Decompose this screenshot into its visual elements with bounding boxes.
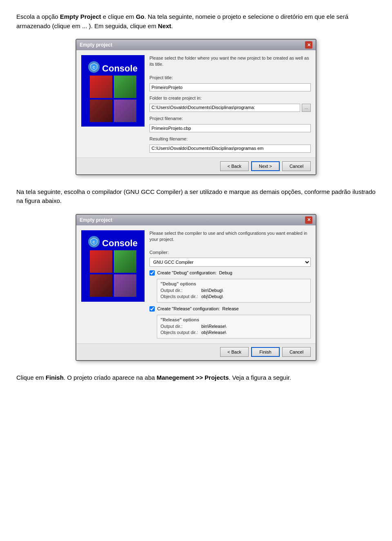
dialog2-description: Please select the compiler to use and wh…	[149, 230, 311, 243]
svg-text:C: C	[93, 65, 96, 69]
dialog1: Empty project ✕ C Console	[76, 39, 316, 175]
bold-finish: Finish	[46, 374, 64, 381]
dialog2-footer: < Back Finish Cancel	[76, 343, 316, 360]
dialog1-body: C Console Please select the folder where…	[76, 50, 316, 158]
debug-options-label: "Debug" options	[160, 281, 307, 286]
dialog1-close-button[interactable]: ✕	[305, 41, 312, 49]
debug-output-row: Output dir.: bin\Debug\	[160, 288, 307, 293]
logo-cube-grid	[90, 76, 136, 122]
dialog2-logo-icon-area: C Console	[88, 235, 138, 249]
compiler-label: Compiler:	[149, 250, 311, 255]
dialog2-content: Please select the compiler to use and wh…	[149, 230, 311, 338]
dialog2-titlebar: Empty project ✕	[76, 215, 316, 225]
svg-text:C: C	[93, 240, 96, 244]
compiler-select-row: GNU GCC Compiler	[149, 258, 311, 267]
dialog2-logo-shield-icon: C	[88, 236, 100, 247]
cancel-button-1[interactable]: Cancel	[282, 161, 311, 171]
browse-button[interactable]: ...	[302, 104, 311, 112]
compiler-select[interactable]: GNU GCC Compiler	[149, 258, 311, 267]
project-title-label: Project title:	[149, 75, 311, 80]
cube-maroon	[90, 100, 112, 122]
release-options-label: "Release" options	[160, 317, 307, 322]
release-output-label: Output dir.:	[160, 324, 201, 329]
intro-paragraph: Escola a opção Empty Project e clique em…	[16, 12, 376, 31]
bold-next: Next	[158, 22, 172, 29]
debug-config-label: Create "Debug" configuration:	[157, 270, 216, 275]
filename-input[interactable]	[149, 124, 311, 132]
cube-purple	[114, 100, 136, 122]
dialog1-title: Empty project	[80, 42, 112, 48]
release-objects-value: obj\Release\	[201, 330, 226, 335]
bold-management: Manegement >> Projects	[157, 374, 229, 381]
dialog2: Empty project ✕ C Console	[76, 214, 316, 361]
release-objects-row: Objects output dir.: obj\Release\	[160, 330, 307, 335]
filename-label: Project filename:	[149, 116, 311, 121]
dialog1-titlebar: Empty project ✕	[76, 40, 316, 50]
debug-options-section: "Debug" options Output dir.: bin\Debug\ …	[157, 279, 311, 303]
back-button-2[interactable]: < Back	[220, 347, 249, 357]
dialog2-logo-label: Console	[102, 238, 138, 249]
release-config-label: Create "Release" configuration:	[157, 306, 220, 311]
next-button-1[interactable]: Next >	[251, 161, 280, 171]
dialog1-content: Please select the folder where you want …	[149, 55, 311, 153]
back-button-1[interactable]: < Back	[220, 161, 249, 171]
release-options-section: "Release" options Output dir.: bin\Relea…	[157, 315, 311, 338]
resulting-label: Resulting filename:	[149, 136, 311, 141]
dialog1-description: Please select the folder where you want …	[149, 55, 311, 68]
paragraph2: Na tela seguinte, escolha o compilador (…	[16, 187, 376, 206]
folder-label: Folder to create project in:	[149, 96, 311, 100]
debug-output-label: Output dir.:	[160, 288, 201, 293]
release-objects-label: Objects output dir.:	[160, 330, 201, 335]
dialog1-logo: C Console	[81, 55, 145, 127]
debug-objects-value: obj\Debug\	[201, 294, 223, 299]
resulting-input: C:\Users\Osvaldo\Documents\Disciplinas\p…	[149, 145, 311, 153]
dialog2-cube-purple	[114, 274, 136, 297]
debug-checkbox[interactable]	[149, 270, 155, 276]
dialog1-wrapper: Empty project ✕ C Console	[16, 39, 376, 175]
debug-objects-label: Objects output dir.:	[160, 294, 201, 299]
dialog2-logo: C Console	[81, 230, 145, 302]
dialog2-logo-cube-grid	[90, 250, 136, 297]
cube-green	[114, 76, 136, 98]
cancel-button-2[interactable]: Cancel	[282, 347, 311, 357]
paragraph3: Clique em Finish. O projeto criado apare…	[16, 373, 376, 383]
folder-input[interactable]: C:\Users\Osvaldo\Documents\Disciplinas\p…	[149, 104, 300, 112]
project-title-input[interactable]	[149, 83, 311, 91]
bold-go: Go	[136, 13, 145, 20]
release-config-value: Release	[222, 306, 238, 311]
dialog2-cube-red	[90, 250, 112, 273]
folder-row: C:\Users\Osvaldo\Documents\Disciplinas\p…	[149, 104, 311, 112]
debug-objects-row: Objects output dir.: obj\Debug\	[160, 294, 307, 299]
logo-icon-area: C Console	[88, 60, 138, 74]
logo-label: Console	[102, 63, 138, 74]
finish-button[interactable]: Finish	[251, 347, 280, 357]
dialog2-title: Empty project	[80, 217, 112, 223]
debug-output-value: bin\Debug\	[201, 288, 223, 293]
release-output-row: Output dir.: bin\Release\	[160, 324, 307, 329]
logo-shield-icon: C	[88, 61, 100, 73]
dialog2-close-button[interactable]: ✕	[305, 216, 312, 224]
debug-config-row: Create "Debug" configuration: Debug	[149, 270, 311, 276]
release-checkbox[interactable]	[149, 306, 155, 312]
dialog2-wrapper: Empty project ✕ C Console	[16, 214, 376, 361]
bold-empty-project: Empty Project	[60, 13, 101, 20]
release-config-row: Create "Release" configuration: Release	[149, 306, 311, 312]
release-output-value: bin\Release\	[201, 324, 226, 329]
dialog2-cube-green	[114, 250, 136, 273]
dialog2-body: C Console Please select the compiler to …	[76, 225, 316, 343]
debug-config-value: Debug	[219, 270, 232, 275]
dialog1-footer: < Back Next > Cancel	[76, 158, 316, 174]
dialog2-cube-maroon	[90, 274, 112, 297]
cube-red	[90, 76, 112, 98]
